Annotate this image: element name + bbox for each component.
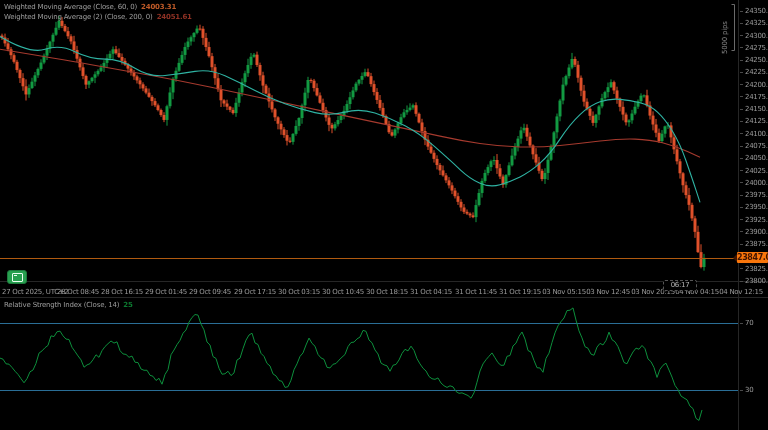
price-axis-label: 24325.0 [740,19,768,27]
rsi-legend[interactable]: Relative Strength Index (Close, 14)25 [4,301,133,309]
price-axis-label: 24350.0 [740,7,768,15]
price-axis-label: 23925.0 [740,216,768,224]
price-axis-label: 24100.0 [740,130,768,138]
time-axis-label: 03 Nov 12:45 [586,288,630,296]
pane-action-button[interactable] [7,270,27,284]
price-axis-label: 23800.0 [740,277,768,285]
legend-wma200[interactable]: Weighted Moving Average (2) (Close, 200,… [4,13,192,21]
price-axis-label: 24025.0 [740,167,768,175]
time-axis-label: 30 Oct 18:15 [366,288,408,296]
time-axis-label: 04 Nov 12:15 [719,288,763,296]
legend-wma60-label: Weighted Moving Average (Close, 60, 0) [4,3,137,11]
rsi-legend-value: 25 [123,301,132,309]
price-axis-label: 23950.0 [740,203,768,211]
time-axis-label: 29 Oct 09:45 [189,288,231,296]
time-axis-label: 29 Oct 17:15 [234,288,276,296]
price-axis-label: 23975.0 [740,191,768,199]
current-price-tag: 23847.0 [737,252,768,263]
bar-countdown-value: 06:17 [671,281,690,289]
time-axis-label: 28 Oct 16:15 [101,288,143,296]
time-axis-label: 28 Oct 08:45 [57,288,99,296]
time-axis-label: 31 Oct 19:15 [499,288,541,296]
time-axis-label: 29 Oct 01:45 [145,288,187,296]
price-axis-label: 24175.0 [740,93,768,101]
price-axis-label: 24250.0 [740,56,768,64]
price-axis-label: 24150.0 [740,105,768,113]
time-axis-label: 31 Oct 11:45 [455,288,497,296]
panel-icon [12,273,23,282]
rsi-axis-label: 70 [740,319,753,327]
time-axis-label: 30 Oct 10:45 [322,288,364,296]
price-axis-label: 24300.0 [740,32,768,40]
time-axis-label: 03 Nov 05:15 [542,288,586,296]
price-axis-label: 24225.0 [740,68,768,76]
price-axis-label: 24075.0 [740,142,768,150]
legend-wma60[interactable]: Weighted Moving Average (Close, 60, 0)24… [4,3,176,11]
time-axis-label: 30 Oct 03:15 [278,288,320,296]
current-price-value: 23847.0 [737,253,768,262]
legend-wma60-value: 24003.31 [141,3,176,11]
pips-measurement-label: 5000 pips [721,6,729,54]
price-axis-label: 23900.0 [740,228,768,236]
trading-chart-window: Weighted Moving Average (Close, 60, 0)24… [0,0,768,430]
rsi-legend-label: Relative Strength Index (Close, 14) [4,301,119,309]
price-axis-label: 23875.0 [740,240,768,248]
price-axis-label: 24275.0 [740,44,768,52]
chart-canvas[interactable] [0,0,768,430]
time-axis-label: 31 Oct 04:15 [410,288,452,296]
legend-wma200-label: Weighted Moving Average (2) (Close, 200,… [4,13,153,21]
legend-wma200-value: 24051.61 [157,13,192,21]
price-axis-label: 23825.0 [740,265,768,273]
price-axis-label: 24050.0 [740,154,768,162]
price-axis-label: 24000.0 [740,179,768,187]
price-axis-label: 24125.0 [740,117,768,125]
bar-countdown: 06:17 [663,280,697,291]
rsi-axis-label: 30 [740,386,753,394]
price-axis-label: 24200.0 [740,81,768,89]
